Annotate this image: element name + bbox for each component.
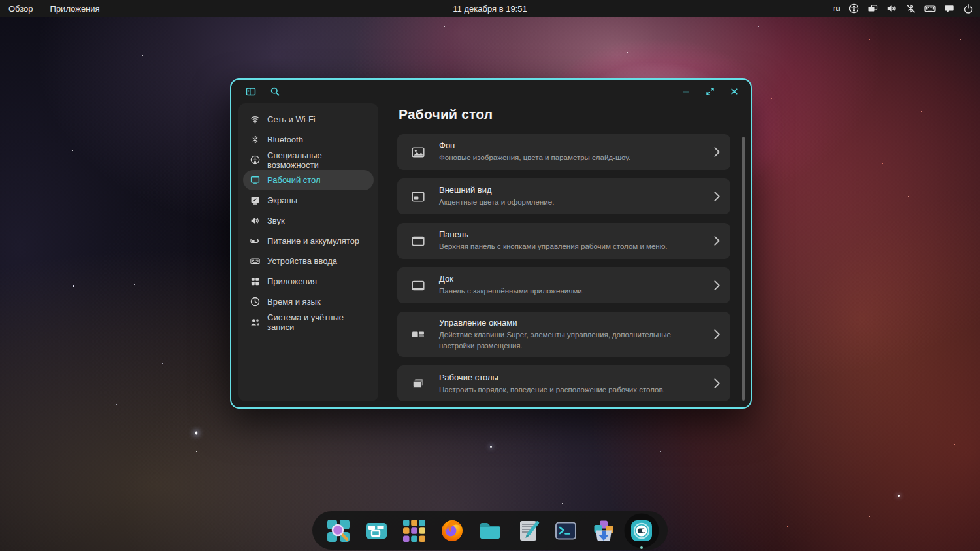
settings-row-appearance[interactable]: Внешний вид Акцентные цвета и оформление… xyxy=(397,178,730,214)
dock xyxy=(312,511,668,550)
settings-app-icon xyxy=(629,518,655,544)
row-description: Панель с закреплёнными приложениями. xyxy=(439,286,707,297)
window-header[interactable] xyxy=(231,80,751,103)
background-image-icon xyxy=(411,146,425,159)
files-icon xyxy=(477,518,503,544)
text-editor-icon xyxy=(515,518,541,544)
search-icon[interactable] xyxy=(270,86,280,97)
row-description: Настроить порядок, поведение и расположе… xyxy=(439,384,707,395)
settings-row-dock[interactable]: Док Панель с закреплёнными приложениями. xyxy=(397,267,730,303)
sidebar-item-system-accounts[interactable]: Система и учётные записи xyxy=(243,312,374,332)
dock-item-software-installer[interactable] xyxy=(590,517,617,544)
chevron-right-icon xyxy=(713,378,721,389)
row-description: Верхняя панель с кнопками управления раб… xyxy=(439,241,707,252)
sidebar-item-desktop[interactable]: Рабочий стол xyxy=(243,170,374,190)
sidebar-item-label: Питание и аккумулятор xyxy=(267,236,359,246)
content-scrollbar[interactable] xyxy=(742,137,745,401)
settings-row-background[interactable]: Фон Фоновые изображения, цвета и парамет… xyxy=(397,134,730,170)
accessibility-icon[interactable] xyxy=(849,3,859,14)
volume-icon[interactable] xyxy=(887,3,897,14)
terminal-icon xyxy=(553,518,579,544)
keyboard-icon[interactable] xyxy=(924,3,936,14)
dock-item-files[interactable] xyxy=(476,517,504,544)
dock-item-workspaces[interactable] xyxy=(363,517,390,544)
dock-item-settings[interactable] xyxy=(628,517,655,544)
sidebar-item-label: Специальные возможности xyxy=(267,150,367,170)
sidebar-item-label: Время и язык xyxy=(267,297,321,307)
row-title: Док xyxy=(439,274,707,284)
row-description: Акцентные цвета и оформление. xyxy=(439,197,707,208)
sidebar-item-label: Устройства ввода xyxy=(267,256,337,266)
top-bar-menus: Обзор Приложения xyxy=(0,4,100,14)
row-description: Действие клавиши Super, элементы управле… xyxy=(439,329,707,351)
row-description: Фоновые изображения, цвета и параметры с… xyxy=(439,152,707,163)
sidebar-item-input-devices[interactable]: Устройства ввода xyxy=(243,251,374,271)
settings-row-workspaces[interactable]: Рабочие столы Настроить порядок, поведен… xyxy=(397,365,730,401)
dock-item-overview[interactable] xyxy=(325,517,352,544)
row-title: Управление окнами xyxy=(439,318,707,327)
sidebar-item-label: Bluetooth xyxy=(267,135,303,144)
sidebar-item-label: Звук xyxy=(267,216,285,225)
top-bar: Обзор Приложения 11 декабря в 19:51 ru xyxy=(0,0,980,17)
window-switcher-icon[interactable] xyxy=(868,3,878,14)
minimize-button[interactable] xyxy=(681,86,691,97)
software-installer-icon xyxy=(591,518,617,544)
settings-page: Рабочий стол Фон Фоновые изображения, цв… xyxy=(397,103,730,407)
system-tray: ru xyxy=(833,3,973,14)
sidebar-item-displays[interactable]: Экраны xyxy=(243,190,374,210)
dock-panel-icon xyxy=(411,279,425,292)
chevron-right-icon xyxy=(713,235,721,246)
workspaces-icon xyxy=(411,377,425,390)
sidebar-item-label: Экраны xyxy=(267,195,297,205)
app-grid-icon xyxy=(401,518,427,544)
chevron-right-icon xyxy=(713,329,721,340)
row-title: Панель xyxy=(439,229,707,239)
sidebar-item-label: Рабочий стол xyxy=(267,175,321,185)
sidebar-item-bluetooth[interactable]: Bluetooth xyxy=(243,129,374,150)
settings-window: Сеть и Wi-Fi Bluetooth Специальные возмо… xyxy=(230,78,752,409)
overview-menu[interactable]: Обзор xyxy=(8,4,33,14)
sidebar-item-time-language[interactable]: Время и язык xyxy=(243,292,374,312)
settings-row-panel[interactable]: Панель Верхняя панель с кнопками управле… xyxy=(397,223,730,259)
power-icon[interactable] xyxy=(963,3,973,14)
sidebar-item-label: Сеть и Wi-Fi xyxy=(267,114,316,124)
chevron-right-icon xyxy=(713,191,721,202)
applications-menu[interactable]: Приложения xyxy=(50,4,100,14)
workspaces-app-icon xyxy=(363,518,389,544)
sidebar-item-label: Система и учётные записи xyxy=(267,312,367,332)
sidebar-item-network[interactable]: Сеть и Wi-Fi xyxy=(243,109,374,129)
keyboard-layout-indicator[interactable]: ru xyxy=(833,4,840,13)
row-title: Рабочие столы xyxy=(439,373,707,382)
dock-item-firefox[interactable] xyxy=(438,517,466,544)
sidebar-toggle-icon[interactable] xyxy=(246,86,256,97)
maximize-button[interactable] xyxy=(705,86,715,97)
sidebar-item-label: Приложения xyxy=(267,276,317,286)
appearance-icon xyxy=(411,190,425,203)
clock[interactable]: 11 декабря в 19:51 xyxy=(453,4,527,14)
row-title: Фон xyxy=(439,141,707,150)
settings-row-window-management[interactable]: Управление окнами Действие клавиши Super… xyxy=(397,312,730,357)
dock-item-terminal[interactable] xyxy=(552,517,580,544)
dock-item-app-grid[interactable] xyxy=(400,517,428,544)
chat-icon[interactable] xyxy=(944,3,955,14)
page-title: Рабочий стол xyxy=(399,107,730,122)
chevron-right-icon xyxy=(713,146,721,158)
top-panel-icon xyxy=(411,235,425,248)
sidebar-item-sound[interactable]: Звук xyxy=(243,210,374,231)
settings-sidebar: Сеть и Wi-Fi Bluetooth Специальные возмо… xyxy=(238,103,378,401)
firefox-icon xyxy=(439,518,465,544)
sidebar-item-applications[interactable]: Приложения xyxy=(243,271,374,292)
chevron-right-icon xyxy=(713,280,721,291)
dock-item-text-editor[interactable] xyxy=(514,517,542,544)
bluetooth-disabled-icon[interactable] xyxy=(906,3,916,14)
close-button[interactable] xyxy=(729,86,740,97)
sidebar-item-accessibility[interactable]: Специальные возможности xyxy=(243,150,374,170)
overview-icon xyxy=(325,518,351,544)
sidebar-item-power[interactable]: Питание и аккумулятор xyxy=(243,231,374,251)
window-management-icon xyxy=(411,328,425,341)
row-title: Внешний вид xyxy=(439,185,707,195)
